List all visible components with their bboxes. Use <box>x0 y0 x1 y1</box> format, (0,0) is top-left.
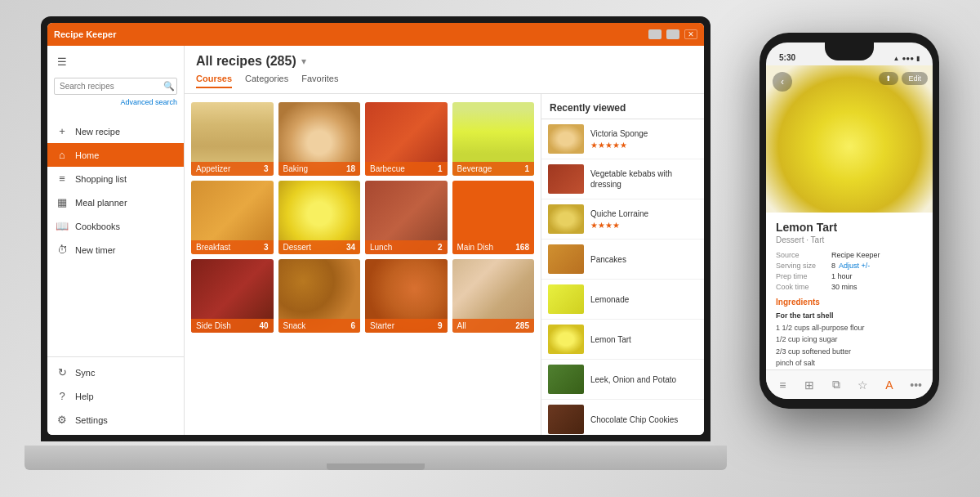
tile-all[interactable]: All 285 <box>452 259 535 333</box>
tile-sidedish[interactable]: Side Dish 40 <box>191 259 274 333</box>
tile-label-dessert: Dessert 34 <box>278 240 361 254</box>
phone-icon-star[interactable]: ☆ <box>853 375 872 395</box>
hamburger-button[interactable]: ☰ <box>54 52 70 71</box>
window-controls <box>648 29 697 39</box>
rv-info-quiche-lorraine: Quiche Lorraine ★★★★ <box>590 208 697 230</box>
tab-courses[interactable]: Courses <box>196 74 232 88</box>
tab-row: Courses Categories Favorites <box>196 74 693 88</box>
battery-icon: ▮ <box>916 55 920 62</box>
nav-label-cookbooks: Cookbooks <box>75 222 120 231</box>
rv-item-leek-onion-potato[interactable]: Leek, Onion and Potato <box>541 360 704 400</box>
phone-adjust-link[interactable]: Adjust +/- <box>839 262 870 270</box>
phone-source-label: Source <box>776 251 831 259</box>
phone-status-icons: ▲ ●●● ▮ <box>893 55 920 62</box>
tile-beverage[interactable]: Beverage 1 <box>452 102 535 176</box>
signal-icon: ●●● <box>902 55 915 62</box>
nav-label-sync: Sync <box>75 368 95 378</box>
tile-barbecue[interactable]: Barbecue 1 <box>365 102 448 176</box>
rv-item-quiche-lorraine[interactable]: Quiche Lorraine ★★★★ <box>541 199 704 240</box>
lemon-tart-image <box>766 65 933 213</box>
tab-favorites[interactable]: Favorites <box>301 74 338 88</box>
nav-label-shopping: Shopping list <box>75 174 127 184</box>
sidebar-item-cookbooks[interactable]: 📖 Cookbooks <box>47 214 184 238</box>
phone-share-button[interactable]: ⬆ <box>879 72 898 85</box>
sidebar-item-sync[interactable]: ↻ Sync <box>47 360 184 384</box>
phone-serving-label: Serving size <box>776 262 831 270</box>
phone-ingredients-title: Ingredients <box>776 298 923 307</box>
tile-breakfast[interactable]: Breakfast 3 <box>191 181 274 254</box>
book-icon: 📖 <box>56 220 69 232</box>
page-title-arrow: ▾ <box>301 56 306 67</box>
sidebar-top: ☰ 🔍 Advanced search <box>47 46 184 119</box>
phone-back-button[interactable]: ‹ <box>773 72 792 92</box>
rv-name-choc: Chocolate Chip Cookies <box>590 414 697 425</box>
rv-item-victoria-sponge[interactable]: Victoria Sponge ★★★★★ <box>541 119 704 159</box>
tile-maindish[interactable]: Main Dish 168 <box>452 181 535 254</box>
maximize-button[interactable] <box>666 29 679 39</box>
laptop-screen-border: Recipe Keeper ☰ <box>41 16 710 441</box>
tab-categories[interactable]: Categories <box>245 74 288 88</box>
search-input[interactable] <box>60 82 163 91</box>
search-icon[interactable]: 🔍 <box>163 81 175 92</box>
sidebar-item-settings[interactable]: ⚙ Settings <box>47 408 184 432</box>
sidebar-item-help[interactable]: ? Help <box>47 384 184 408</box>
phone-icon-font[interactable]: A <box>880 375 899 395</box>
phone-icon-grid[interactable]: ⊞ <box>800 375 819 395</box>
tile-lunch[interactable]: Lunch 2 <box>365 181 448 254</box>
tile-label-sidedish: Side Dish 40 <box>191 319 274 333</box>
rv-item-pancakes[interactable]: Pancakes <box>541 240 704 280</box>
wifi-icon: ▲ <box>893 55 900 62</box>
rv-thumb-victoria-sponge <box>548 124 584 154</box>
laptop-screen: Recipe Keeper ☰ <box>47 23 704 435</box>
phone-edit-button[interactable]: Edit <box>902 72 928 85</box>
rv-item-lemonade[interactable]: Lemonade <box>541 280 704 320</box>
sidebar-item-home[interactable]: ⌂ Home <box>47 143 184 167</box>
rv-item-vegetable-kebabs[interactable]: Vegetable kebabs with dressing <box>541 159 704 199</box>
sidebar-item-new-recipe[interactable]: + New recipe <box>47 119 184 143</box>
settings-icon: ⚙ <box>56 414 69 426</box>
app-title: Recipe Keeper <box>54 29 116 39</box>
phone-icon-more[interactable]: ••• <box>906 375 926 395</box>
rv-stars-victoria-sponge: ★★★★★ <box>590 141 697 150</box>
sidebar-bottom: ↻ Sync ? Help ⚙ Settings <box>47 356 184 435</box>
phone-bottom-bar: ≡ ⊞ ⧉ ☆ A ••• <box>766 369 933 399</box>
phone-icon-copy[interactable]: ⧉ <box>826 375 846 395</box>
phone-icon-list[interactable]: ≡ <box>773 375 792 395</box>
tile-appetizer[interactable]: Appetizer 3 <box>191 102 274 176</box>
tile-label-snack: Snack 6 <box>278 319 361 333</box>
tile-snack[interactable]: Snack 6 <box>278 259 361 333</box>
nav-label-timer: New timer <box>75 245 116 255</box>
sidebar-item-meal-planner[interactable]: ▦ Meal planner <box>47 190 184 214</box>
nav-label-home: Home <box>75 150 99 160</box>
tile-dessert[interactable]: Dessert 34 <box>278 181 361 254</box>
sidebar: ☰ 🔍 Advanced search + New recipe <box>47 46 185 435</box>
app-titlebar: Recipe Keeper <box>47 23 704 46</box>
rv-info-leek: Leek, Onion and Potato <box>590 374 697 385</box>
tile-label-breakfast: Breakfast 3 <box>191 240 274 254</box>
rv-name-leek: Leek, Onion and Potato <box>590 374 697 385</box>
phone-meta-cook: Cook time 30 mins <box>776 283 923 291</box>
phone: 5:30 ▲ ●●● ▮ ‹ ⬆ Edit Lemon Tart Dessert… <box>760 33 939 409</box>
page-title-row: All recipes (285) ▾ <box>196 54 693 69</box>
rv-thumb-lemon-tart <box>548 325 584 354</box>
phone-recipe-subtitle: Dessert · Tart <box>776 235 923 244</box>
tile-baking[interactable]: Baking 18 <box>278 102 361 176</box>
recently-viewed-header: Recently viewed <box>541 94 704 119</box>
phone-prep-label: Prep time <box>776 272 831 280</box>
advanced-search-link[interactable]: Advanced search <box>54 98 177 106</box>
recipe-grid: Appetizer 3 Baking 18 <box>191 102 534 333</box>
rv-item-choc-chip-cookies[interactable]: Chocolate Chip Cookies <box>541 400 704 435</box>
tile-starter[interactable]: Starter 9 <box>365 259 448 333</box>
ingredient-butter: 2/3 cup softened butter <box>776 346 923 357</box>
close-button[interactable] <box>684 29 697 39</box>
tile-label-maindish: Main Dish 168 <box>452 240 535 254</box>
rv-item-lemon-tart[interactable]: Lemon Tart <box>541 320 704 360</box>
rv-info-lemon-tart: Lemon Tart <box>590 334 697 345</box>
sidebar-item-new-timer[interactable]: ⏱ New timer <box>47 238 184 262</box>
phone-time: 5:30 <box>779 53 795 62</box>
phone-recipe-title: Lemon Tart <box>776 221 923 234</box>
minimize-button[interactable] <box>648 29 662 39</box>
ingredient-salt: pinch of salt <box>776 357 923 369</box>
sidebar-item-shopping-list[interactable]: ≡ Shopping list <box>47 167 184 190</box>
phone-recipe-body: Lemon Tart Dessert · Tart Source Recipe … <box>766 213 933 369</box>
